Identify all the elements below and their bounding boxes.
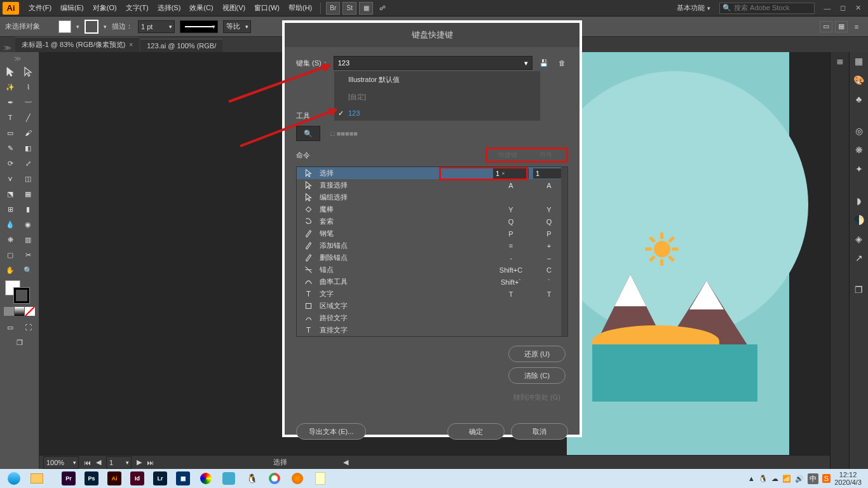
taskbar-photoshop-icon[interactable]: Ps [81,470,102,487]
nav-first-icon[interactable]: ⏮ [84,459,91,466]
gradient-panel-icon[interactable]: 🌓 [853,214,865,226]
tab-scroll-icon[interactable]: ≫ [4,44,11,52]
shortcut-row[interactable]: 直排文字 [297,324,567,336]
taskbar-firefox-icon[interactable] [287,470,308,487]
brush-tool[interactable]: 🖌 [19,125,37,140]
scrollbar[interactable] [561,167,567,336]
shortcut-row[interactable]: 曲率工具Shift+`` [297,276,567,288]
menu-help[interactable]: 帮助(H) [284,0,316,17]
taskbar-premiere-icon[interactable]: Pr [58,470,79,487]
shortcut-row[interactable]: 删除锚点-– [297,252,567,264]
shortcut-row[interactable]: 区域文字 [297,300,567,312]
free-transform-tool[interactable]: ◫ [19,171,37,186]
toolbox-collapse-icon[interactable]: ≫ [1,53,34,64]
workspace-dropdown[interactable]: 基本功能▾ [673,3,714,13]
perspective-tool[interactable]: ▦ [19,186,37,201]
swatches-panel-icon[interactable]: ♣ [853,93,865,105]
doc-tab-2[interactable]: 123.ai @ 100% (RGB/ [140,39,222,52]
type-tool[interactable]: T [1,110,19,125]
taskbar-app-1-icon[interactable]: ▦ [173,470,193,487]
menu-select[interactable]: 选择(S) [153,0,186,17]
search-shortcut-icon[interactable]: 🔍 [296,126,320,141]
color-mode-chip[interactable] [4,307,14,316]
shortcut-row[interactable]: 选择1×1 [297,167,567,179]
ok-button[interactable]: 确定 [447,423,505,440]
explorer-icon[interactable] [27,470,47,487]
tray-wifi-icon[interactable]: 📶 [782,475,791,483]
rectangle-tool[interactable]: ▭ [1,125,19,140]
eraser-tool[interactable]: ◧ [19,140,37,156]
keyset-option-selected[interactable]: ✓ 123 [334,105,540,121]
stroke-profile[interactable] [180,20,218,33]
libraries-icon[interactable]: ▦ [853,55,865,67]
tray-sogou-icon[interactable]: S [822,474,831,483]
layers-panel-icon[interactable]: ❐ [853,283,865,296]
taskbar-app-3-icon[interactable] [219,470,239,487]
stroke-color-box[interactable] [14,288,29,303]
scroll-left-icon[interactable]: ◀ [343,458,348,466]
fill-swatch[interactable] [58,20,71,33]
magic-wand-tool[interactable]: ✨ [1,79,19,95]
stroke-width-dd[interactable]: 1 pt [138,20,175,33]
taskbar-illustrator-icon[interactable]: Ai [104,470,125,487]
panel-menu-icon[interactable]: ≡ [850,21,863,32]
pref-icon[interactable]: ▦ [835,21,848,32]
selection-tool[interactable] [1,64,19,79]
artboard-nav-dd[interactable]: 1 [106,456,132,469]
width-tool[interactable]: ⋎ [1,171,19,186]
rotate-tool[interactable]: ⟳ [1,156,19,171]
cc-panel-icon[interactable]: ◎ [853,125,865,137]
shortcut-row[interactable]: 路径文字 [297,312,567,324]
tray-expand-icon[interactable]: ▲ [748,475,755,482]
scale-tool[interactable]: ⤢ [19,156,37,171]
shortcut-row[interactable]: 编组选择 [297,191,567,203]
nav-prev-icon[interactable]: ◀ [96,458,101,466]
tray-ime-icon[interactable]: 中 [808,473,818,484]
slice-tool[interactable]: ✂ [19,247,37,262]
line-tool[interactable]: ╱ [19,110,37,125]
clear-button[interactable]: 清除 (C) [508,367,566,384]
arrange-icon[interactable]: ▦ [359,2,373,15]
menu-window[interactable]: 窗口(W) [250,0,284,17]
gradient-tool[interactable]: ▮ [19,201,37,217]
menu-file[interactable]: 文件(F) [24,0,56,17]
window-close[interactable]: ✕ [851,2,864,15]
doc-setup-icon[interactable]: ▭ [820,21,832,32]
cancel-button[interactable]: 取消 [511,423,568,440]
screen-mode-toggle[interactable]: ❐ [11,335,29,350]
browser-icon[interactable] [4,470,24,487]
taskbar-lightroom-icon[interactable]: Lr [150,470,170,487]
window-minimize[interactable]: — [821,2,834,15]
shortcut-row[interactable]: 添加锚点=+ [297,240,567,252]
menu-edit[interactable]: 编辑(E) [56,0,88,17]
zoom-dropdown[interactable]: 100% [43,456,79,469]
opacity-dd[interactable]: 等比 [223,20,251,33]
blend-tool[interactable]: ◉ [19,217,37,232]
color-panel-icon[interactable]: 🎨 [853,74,865,86]
shortcut-row[interactable]: 文字TT [297,288,567,300]
symbols-panel-icon[interactable]: ✦ [853,163,865,175]
doc-tab-1[interactable]: 未标题-1 @ 83% (RGB/像素预览) × [15,37,139,52]
stock-icon[interactable]: St [342,2,356,15]
shaper-tool[interactable]: ✎ [1,140,19,156]
lasso-tool[interactable]: ⌇ [19,79,37,95]
menu-effect[interactable]: 效果(C) [185,0,217,17]
transparency-panel-icon[interactable]: ◈ [853,233,865,245]
shortcut-row[interactable]: 直排区域文字 [297,336,567,337]
shortcut-row[interactable]: 魔棒YY [297,203,567,215]
artboard-tool[interactable]: ▢ [1,247,19,262]
shape-builder-tool[interactable]: ⬔ [1,186,19,201]
nav-last-icon[interactable]: ⏭ [147,459,154,466]
extra-icon[interactable]: ☍ [376,2,390,15]
keyset-dropdown[interactable]: 123 [334,56,532,70]
gradient-mode-chip[interactable] [15,307,25,316]
bridge-icon[interactable]: Br [326,2,340,15]
tray-volume-icon[interactable]: 🔊 [795,475,804,483]
taskbar-indesign-icon[interactable]: Id [127,470,147,487]
save-keyset-icon[interactable]: 💾 [538,57,550,69]
undo-button[interactable]: 还原 (U) [508,346,566,362]
shortcut-row[interactable]: 直接选择AA [297,179,567,191]
stroke-panel-icon[interactable]: ◗ [853,194,865,207]
stock-search[interactable]: 🔍 搜索 Adobe Stock [719,3,815,14]
eyedropper-tool[interactable]: 💧 [1,217,19,232]
